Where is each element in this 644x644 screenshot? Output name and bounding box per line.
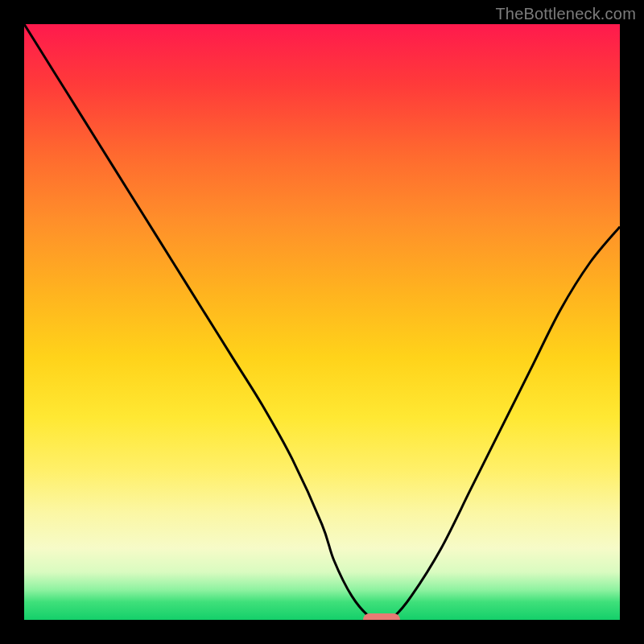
optimal-marker xyxy=(363,613,400,620)
curve-path xyxy=(24,24,620,620)
chart-frame: TheBottleneck.com xyxy=(0,0,644,644)
plot-area xyxy=(24,24,620,620)
watermark-text: TheBottleneck.com xyxy=(495,5,636,23)
bottleneck-curve xyxy=(24,24,620,620)
